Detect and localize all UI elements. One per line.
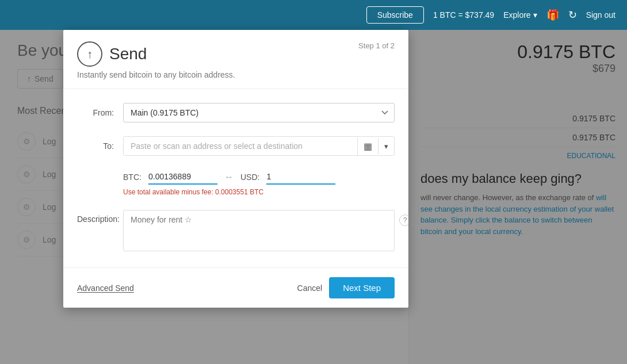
description-label: Description: [77, 210, 123, 224]
from-select-wrapper: Main (0.9175 BTC) [123, 103, 395, 122]
modal-subtitle: Instantly send bitcoin to any bitcoin ad… [77, 70, 395, 79]
to-field-container: ▦ ▾ [123, 136, 395, 156]
send-modal: Step 1 of 2 ↑ Send Instantly send bitcoi… [63, 30, 408, 308]
qr-scan-button[interactable]: ▦ [357, 137, 378, 155]
main-content: Be your own bank ® ↑ Send Most Recen ⚙ L… [0, 30, 627, 364]
btc-currency-label: BTC: [123, 173, 142, 182]
amount-row: BTC: ↔ USD: Use total available minus fe… [77, 170, 395, 196]
step-indicator: Step 1 of 2 [358, 41, 395, 50]
next-step-button[interactable]: Next Step [329, 277, 395, 298]
from-select[interactable]: Main (0.9175 BTC) [123, 103, 395, 122]
to-address-input[interactable] [124, 137, 357, 155]
advanced-send-button[interactable]: Advanced Send [77, 283, 134, 293]
amount-fields-wrapper: BTC: ↔ USD: Use total available minus fe… [123, 170, 395, 196]
btc-price: 1 BTC = $737.49 [433, 10, 494, 20]
topbar: Subscribe 1 BTC = $737.49 Explore ▾ 🎁 ↻ … [0, 0, 627, 30]
modal-title-row: ↑ Send [77, 41, 395, 67]
from-label: From: [77, 108, 123, 117]
explore-label: Explore [503, 10, 530, 20]
chevron-down-icon: ▾ [384, 142, 388, 151]
usd-currency-label: USD: [240, 173, 259, 182]
explore-chevron-icon: ▾ [533, 10, 537, 20]
footer-actions: Cancel Next Step [297, 277, 395, 298]
destination-dropdown-button[interactable]: ▾ [378, 139, 394, 154]
cancel-button[interactable]: Cancel [297, 283, 323, 293]
usd-amount-input[interactable] [266, 170, 335, 185]
description-row: Description: ? [77, 210, 395, 254]
to-label: To: [77, 141, 123, 151]
from-row: From: Main (0.9175 BTC) [77, 103, 395, 122]
explore-button[interactable]: Explore ▾ [503, 10, 537, 20]
description-wrapper: ? [123, 210, 395, 254]
qr-icon: ▦ [364, 141, 372, 151]
amount-hint: Use total available minus fee: 0.0003551… [123, 188, 395, 196]
modal-footer: Advanced Send Cancel Next Step [63, 267, 408, 308]
to-row: To: ▦ ▾ [77, 136, 395, 156]
signout-button[interactable]: Sign out [586, 10, 615, 20]
help-icon[interactable]: ? [399, 214, 408, 226]
modal-body: From: Main (0.9175 BTC) To: ▦ [63, 89, 408, 267]
description-textarea[interactable] [123, 210, 395, 251]
modal-header: Step 1 of 2 ↑ Send Instantly send bitcoi… [63, 30, 408, 89]
modal-title: Send [109, 45, 147, 63]
amount-inputs-row: BTC: ↔ USD: [123, 170, 395, 185]
to-input-wrapper: ▦ ▾ [123, 136, 395, 156]
refresh-icon[interactable]: ↻ [568, 9, 577, 21]
btc-amount-input[interactable] [148, 170, 217, 185]
swap-icon: ↔ [224, 172, 234, 182]
subscribe-button[interactable]: Subscribe [366, 6, 424, 24]
send-modal-icon: ↑ [77, 41, 102, 67]
gift-icon[interactable]: 🎁 [546, 9, 559, 21]
